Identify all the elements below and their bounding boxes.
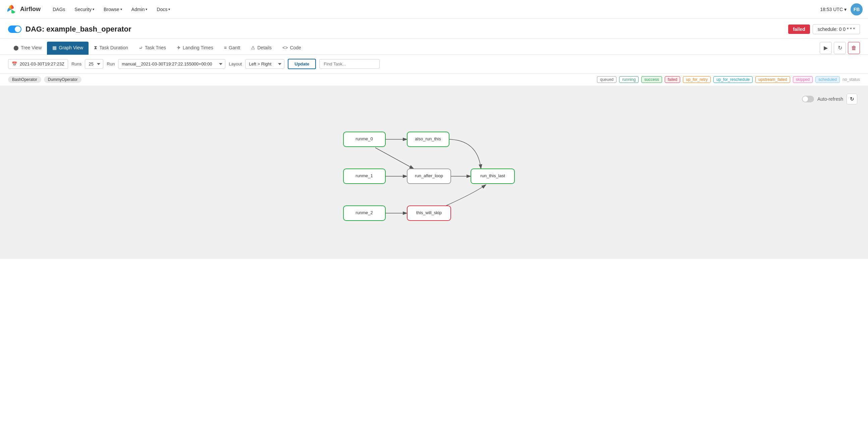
edge-also-run-this-run-this-last [447,139,481,169]
status-failed: failed [665,76,681,83]
app-title: Airflow [20,6,40,13]
node-runme-0-label: runme_0 [355,136,373,141]
graph-area: Auto-refresh ↻ [0,86,868,259]
node-run-after-loop-label: run_after_loop [415,173,443,178]
dag-svg: runme_0 also_run_this runme_1 run_after_… [320,112,548,240]
dag-title: DAG: example_bash_operator [26,25,131,34]
node-runme-2-label: runme_2 [355,210,373,215]
nav-docs[interactable]: Docs ▾ [153,4,174,15]
task-tries-icon: ⤾ [139,45,143,50]
auto-refresh-label: Auto-refresh [817,96,843,102]
update-button[interactable]: Update [288,59,316,69]
edge-runme0-run-after-loop [375,148,414,169]
navbar: Airflow DAGs Security ▾ Browse ▾ Admin ▾… [0,0,868,19]
operator-bash: BashOperator [8,76,41,83]
graph-view-icon: ▦ [52,45,57,50]
details-icon: ⚠ [251,45,255,50]
dag-graph: runme_0 also_run_this runme_1 run_after_… [5,106,863,253]
node-runme-1-label: runme_1 [355,173,373,178]
docs-chevron-icon: ▾ [168,7,170,11]
layout-select[interactable]: Left > Right Top > Bottom [245,59,284,69]
tab-task-duration[interactable]: ⧗ Task Duration [89,41,133,55]
tabs-bar: ⬤ Tree View ▦ Graph View ⧗ Task Duration… [0,38,868,55]
tab-landing-times[interactable]: ✈ Landing Times [172,41,219,55]
find-task-input[interactable] [319,59,380,69]
security-chevron-icon: ▾ [93,7,94,11]
tab-gantt[interactable]: ≡ Gantt [219,41,246,55]
user-avatar[interactable]: FB [850,3,863,16]
schedule-badge: schedule: 0 0 * * * [813,24,860,34]
tab-code[interactable]: <> Code [277,41,307,55]
status-upstream-failed: upstream_failed [755,76,790,83]
admin-chevron-icon: ▾ [146,7,147,11]
time-chevron-icon: ▾ [844,7,846,12]
tab-details[interactable]: ⚠ Details [246,41,277,55]
node-this-will-skip-label: this_will_skip [416,210,442,215]
auto-refresh-toggle[interactable] [802,96,814,103]
nav-dags[interactable]: DAGs [49,4,69,15]
nav-links: DAGs Security ▾ Browse ▾ Admin ▾ Docs ▾ [49,4,820,15]
browse-chevron-icon: ▾ [120,7,122,11]
calendar-icon: 📅 [12,61,17,66]
run-select[interactable]: manual__2021-03-30T19:27:22.155000+00:00 [118,59,225,69]
node-run-this-last-label: run_this_last [480,173,505,178]
nav-browse[interactable]: Browse ▾ [100,4,126,15]
nav-admin[interactable]: Admin ▾ [127,4,152,15]
status-scheduled: scheduled [815,76,840,83]
code-icon: <> [282,45,288,50]
gantt-icon: ≡ [224,45,227,50]
operator-dummy: DummyOperator [44,76,82,83]
edge-this-will-skip-run-this-last [446,184,486,206]
failed-status-badge: failed [788,25,810,34]
tab-actions: ▶ ↻ 🗑 [820,42,860,54]
auto-refresh-row: Auto-refresh ↻ [5,91,863,106]
run-button[interactable]: ▶ [820,42,832,54]
status-up-for-retry: up_for_retry [683,76,711,83]
tab-graph-view[interactable]: ▦ Graph View [47,41,89,55]
status-running: running [619,76,639,83]
legend-row: BashOperator DummyOperator queued runnin… [0,74,868,86]
airflow-logo-icon [5,3,18,16]
navbar-right: 18:53 UTC ▾ FB [820,3,863,16]
tree-view-icon: ⬤ [13,45,19,50]
tab-tree-view[interactable]: ⬤ Tree View [8,41,47,55]
delete-button[interactable]: 🗑 [848,42,860,54]
graph-refresh-button[interactable]: ↻ [846,94,857,105]
run-label: Run [107,61,115,66]
runs-select[interactable]: 25 5 10 50 [85,59,103,69]
node-also-run-this-label: also_run_this [415,136,441,141]
page-header: DAG: example_bash_operator failed schedu… [0,19,868,38]
task-duration-icon: ⧗ [94,45,97,50]
header-right: failed schedule: 0 0 * * * [788,24,860,34]
landing-times-icon: ✈ [177,45,181,50]
refresh-button[interactable]: ↻ [834,42,846,54]
date-picker[interactable]: 📅 2021-03-30T19:27:23Z [8,59,68,69]
toolbar: 📅 2021-03-30T19:27:23Z Runs 25 5 10 50 R… [0,55,868,74]
time-display[interactable]: 18:53 UTC ▾ [820,7,846,12]
tab-task-tries[interactable]: ⤾ Task Tries [133,41,172,55]
brand-logo[interactable]: Airflow [5,3,40,16]
nav-security[interactable]: Security ▾ [70,4,98,15]
status-queued: queued [597,76,616,83]
status-skipped: skipped [793,76,813,83]
status-success: success [641,76,662,83]
layout-label: Layout [229,61,242,66]
runs-label: Runs [71,61,82,66]
dag-toggle[interactable] [8,26,22,33]
status-no-status: no_status [842,77,860,82]
status-up-for-reschedule: up_for_reschedule [713,76,753,83]
